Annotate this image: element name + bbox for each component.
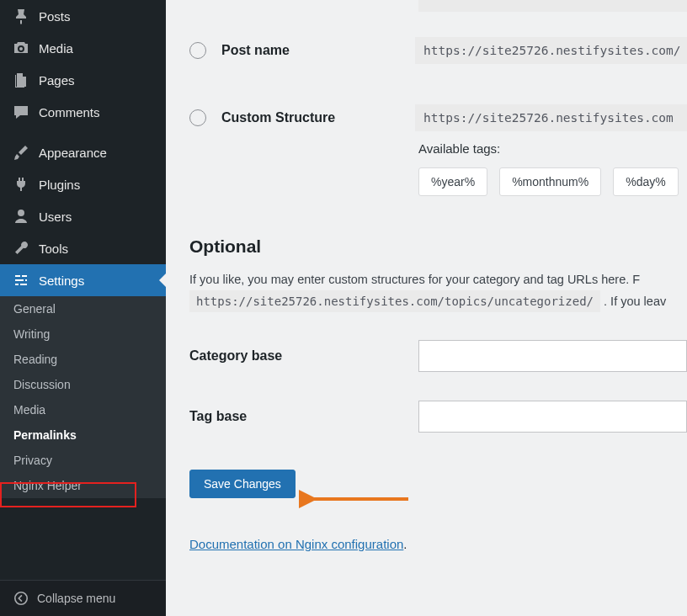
submenu-nginx-helper[interactable]: Nginx Helper <box>0 473 166 498</box>
url-display: https://site25726.nestifysites.com/ <box>415 37 687 64</box>
submenu-reading[interactable]: Reading <box>0 347 166 372</box>
sidebar-label: Pages <box>39 73 75 88</box>
tag-base-label: Tag base <box>189 409 418 424</box>
sidebar-label: Comments <box>39 105 100 119</box>
submenu-privacy[interactable]: Privacy <box>0 448 166 473</box>
sliders-icon <box>12 271 30 289</box>
submenu-permalinks[interactable]: Permalinks <box>0 422 166 448</box>
tag-base-input[interactable] <box>418 401 687 433</box>
sidebar-item-media[interactable]: Media <box>0 32 166 64</box>
collapse-menu-button[interactable]: Collapse menu <box>0 580 166 616</box>
category-base-label: Category base <box>189 348 418 364</box>
plug-icon <box>12 175 30 194</box>
sidebar-label: Media <box>39 41 73 56</box>
sidebar-item-settings[interactable]: Settings <box>0 264 166 296</box>
sidebar-item-tools[interactable]: Tools <box>0 232 166 264</box>
tag-button-year[interactable]: %year% <box>418 167 487 196</box>
option-label: Custom Structure <box>221 110 415 125</box>
tag-base-row: Tag base <box>189 401 687 433</box>
page-icon <box>12 71 30 89</box>
user-icon <box>12 207 30 226</box>
permalink-option-post-name[interactable]: Post name https://site25726.nestifysites… <box>189 37 687 64</box>
sidebar-label: Plugins <box>39 178 80 192</box>
url-display-truncated <box>418 0 687 12</box>
sidebar-item-comments[interactable]: Comments <box>0 96 166 128</box>
collapse-label: Collapse menu <box>37 592 115 605</box>
nginx-doc-link[interactable]: Documentation on Nginx configuration <box>189 537 403 551</box>
camera-icon <box>12 39 30 57</box>
submenu-discussion[interactable]: Discussion <box>0 372 166 397</box>
save-changes-button[interactable]: Save Changes <box>189 470 296 498</box>
sidebar-label: Posts <box>39 9 71 24</box>
available-tags-label: Available tags: <box>418 141 687 156</box>
radio-icon[interactable] <box>189 109 206 126</box>
url-display: https://site25726.nestifysites.com <box>415 104 687 131</box>
example-url: https://site25726.nestifysites.com/topic… <box>189 290 600 312</box>
available-tags-section: Available tags: %year% %monthnum% %day% <box>418 141 687 196</box>
tag-button-monthnum[interactable]: %monthnum% <box>499 167 601 196</box>
sidebar-label: Settings <box>39 273 84 288</box>
optional-heading: Optional <box>189 236 687 257</box>
collapse-icon <box>12 589 30 608</box>
doc-link-suffix: . <box>403 537 407 551</box>
svg-point-0 <box>15 592 27 604</box>
sidebar-item-users[interactable]: Users <box>0 200 166 232</box>
wrench-icon <box>12 239 30 258</box>
brush-icon <box>12 143 30 162</box>
sidebar-item-appearance[interactable]: Appearance <box>0 136 166 168</box>
comment-icon <box>12 103 30 121</box>
category-base-row: Category base <box>189 340 687 372</box>
optional-description-line2: https://site25726.nestifysites.com/topic… <box>189 292 687 311</box>
tag-button-day[interactable]: %day% <box>613 167 678 196</box>
optional-description: If you like, you may enter custom struct… <box>189 270 687 289</box>
submenu-general[interactable]: General <box>0 296 166 321</box>
sidebar-item-pages[interactable]: Pages <box>0 64 166 96</box>
admin-sidebar: Posts Media Pages Comments Appeara <box>0 0 166 616</box>
sidebar-label: Users <box>39 210 72 224</box>
sidebar-label: Tools <box>39 242 68 256</box>
sidebar-item-plugins[interactable]: Plugins <box>0 168 166 200</box>
sidebar-item-posts[interactable]: Posts <box>0 0 166 32</box>
sidebar-label: Appearance <box>39 146 107 160</box>
submenu-writing[interactable]: Writing <box>0 321 166 347</box>
main-content: Post name https://site25726.nestifysites… <box>166 0 687 616</box>
category-base-input[interactable] <box>418 340 687 372</box>
pin-icon <box>12 7 30 25</box>
radio-icon[interactable] <box>189 42 206 59</box>
permalink-option-custom[interactable]: Custom Structure https://site25726.nesti… <box>189 104 687 131</box>
submenu-media[interactable]: Media <box>0 397 166 422</box>
option-label: Post name <box>221 43 415 58</box>
